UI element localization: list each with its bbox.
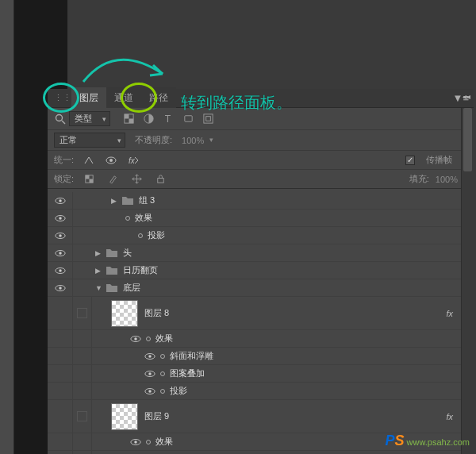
folder-icon [106, 283, 118, 293]
svg-rect-3 [124, 114, 129, 119]
propagate-checkbox[interactable]: ✓ [405, 156, 415, 165]
svg-point-32 [148, 355, 152, 358]
ruler [0, 0, 14, 454]
unify-visibility-icon[interactable] [104, 154, 118, 167]
visibility-icon[interactable] [130, 335, 141, 343]
folder-icon [106, 265, 118, 275]
search-icon[interactable] [54, 113, 67, 125]
panel-menu-icon[interactable]: ▼≡ [453, 92, 469, 104]
shadow-label: 投影 [148, 229, 165, 241]
svg-rect-9 [205, 117, 210, 121]
chevron-right-icon[interactable]: ▶ [95, 267, 103, 275]
blend-mode-select[interactable]: 正常 [54, 133, 125, 148]
svg-point-22 [59, 234, 62, 237]
scrollbar-thumb[interactable] [463, 108, 472, 171]
chevron-right-icon[interactable]: ▶ [95, 249, 103, 257]
layer-row-layer9[interactable]: 图层 9 fx▾ [48, 400, 474, 433]
svg-text:T: T [164, 114, 171, 125]
layer-row-calendar[interactable]: ▶日历翻页 [48, 262, 474, 279]
lock-trans-icon[interactable] [80, 171, 98, 187]
lock-indicator[interactable] [77, 411, 87, 421]
unify-row: 统一: fx ✓ 传播帧 1 [48, 151, 474, 170]
layer-row-fx2[interactable]: 效果 [48, 330, 474, 348]
chevron-down-icon[interactable]: ▼ [95, 284, 103, 292]
folder-icon [121, 195, 134, 206]
layer-label: 日历翻页 [123, 264, 158, 276]
filter-kind-select[interactable]: 类型 [69, 111, 110, 126]
annotation-text: 转到路径面板。 [181, 92, 292, 114]
layer-row-fx[interactable]: 效果 [48, 210, 474, 227]
layer-label: 底层 [123, 282, 140, 294]
opacity-value[interactable]: 100% [182, 136, 213, 145]
lock-indicator[interactable] [77, 308, 87, 318]
svg-point-24 [59, 252, 62, 255]
svg-line-1 [62, 121, 65, 124]
svg-point-28 [59, 287, 62, 290]
unify-style-icon[interactable]: fx [126, 154, 140, 167]
layer-row-head[interactable]: ▶头 [48, 244, 474, 262]
svg-point-0 [56, 114, 63, 121]
layer-row-layer8[interactable]: 图层 8 fx▾ [48, 297, 474, 330]
effect-label: 斜面和浮雕 [170, 350, 213, 362]
svg-point-18 [59, 199, 62, 202]
visibility-icon[interactable] [55, 197, 66, 205]
layer-row-bevel[interactable]: 斜面和浮雕 [48, 348, 474, 365]
layer-label: 图层 9 [144, 410, 169, 422]
svg-rect-15 [89, 179, 93, 183]
fx-badge[interactable]: fx [446, 412, 453, 421]
lock-paint-icon[interactable] [104, 171, 121, 187]
visibility-icon[interactable] [55, 284, 66, 292]
svg-rect-14 [85, 175, 89, 179]
visibility-icon[interactable] [55, 267, 66, 275]
visibility-icon[interactable] [144, 387, 155, 395]
layer-thumbnail [111, 300, 138, 327]
bullet-icon [160, 354, 165, 359]
unify-position-icon[interactable] [82, 154, 96, 167]
visibility-icon[interactable] [55, 232, 66, 240]
lock-move-icon[interactable] [128, 171, 145, 187]
filter-adjust-icon[interactable] [140, 111, 157, 127]
layer-row-shadow2[interactable]: 投影 [48, 383, 474, 400]
bullet-icon [146, 440, 151, 444]
layer-row-pattern[interactable]: 图案叠加 [48, 365, 474, 383]
chevron-right-icon[interactable]: ▶ [111, 197, 119, 205]
opacity-label: 不透明度: [135, 134, 172, 146]
bullet-icon [146, 337, 151, 341]
layer-label: 头 [123, 247, 132, 259]
visibility-icon[interactable] [144, 352, 155, 360]
visibility-icon[interactable] [55, 214, 66, 222]
fx-badge[interactable]: fx [446, 309, 453, 318]
layer-row-shadow[interactable]: 投影 [48, 227, 474, 244]
scrollbar[interactable] [461, 108, 474, 454]
svg-point-38 [134, 441, 137, 444]
annotation-circle-from [43, 83, 79, 113]
watermark-s: S [395, 433, 405, 449]
unify-label: 统一: [54, 154, 74, 166]
filter-type-icon[interactable]: T [159, 111, 177, 127]
fill-label: 填充: [409, 173, 429, 185]
svg-point-20 [59, 217, 62, 220]
bullet-icon [125, 216, 130, 221]
svg-rect-8 [203, 114, 212, 123]
layer-row-bevel2[interactable]: 斜面和浮雕 [48, 451, 474, 454]
filter-pixel-icon[interactable] [120, 111, 137, 127]
svg-point-36 [148, 390, 152, 393]
svg-text:fx: fx [129, 156, 136, 165]
fx-label: 效果 [135, 212, 152, 224]
layer-tree: ▶组 3 效果 投影 ▶头 ▶日历翻页 ▼底层 图层 8 fx▾ [48, 192, 474, 454]
lock-all-icon[interactable] [152, 171, 169, 187]
layer-row-group-top[interactable]: ▶组 3 [48, 192, 474, 210]
svg-rect-16 [157, 179, 163, 183]
visibility-icon[interactable] [55, 249, 66, 257]
watermark: P S www.psahz.com [385, 433, 470, 449]
svg-rect-4 [129, 119, 133, 124]
bullet-icon [160, 371, 165, 376]
blend-row: 正常 不透明度: 100% [48, 130, 474, 151]
layer-thumbnail [111, 403, 138, 430]
layers-panel: ⋮⋮ 图层 通道 路径 ◂◂ ▼≡ 类型 T 正常 不透明度: 100% 统一:… [48, 89, 474, 454]
layer-row-base[interactable]: ▼底层 [48, 279, 474, 297]
visibility-icon[interactable] [144, 370, 155, 378]
layer-label: 图层 8 [144, 307, 169, 319]
visibility-icon[interactable] [130, 438, 141, 446]
watermark-domain: www.psahz.com [407, 437, 470, 447]
